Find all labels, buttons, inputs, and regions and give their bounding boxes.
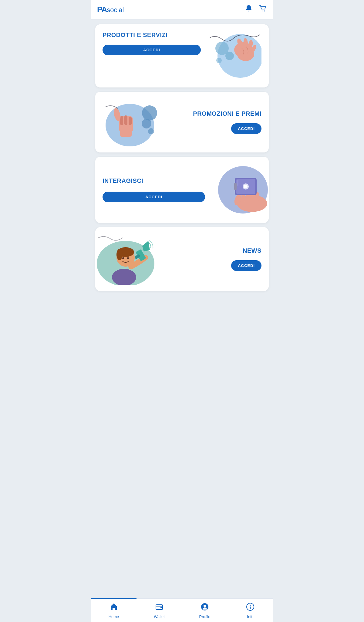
card-prodotti-text: PRODOTTI E SERVIZI ACCEDI [103,32,201,55]
svg-rect-35 [237,180,238,186]
svg-rect-46 [160,607,162,608]
card-interagisci: INTERAGISCI ACCEDI [95,157,269,223]
card-prodotti-inner: PRODOTTI E SERVIZI ACCEDI [95,24,269,87]
nav-label-info: Info [247,614,254,619]
svg-rect-15 [120,116,123,125]
svg-rect-19 [120,131,132,137]
svg-rect-51 [250,607,251,609]
card-prodotti-content: PRODOTTI E SERVIZI ACCEDI [103,32,261,80]
card-promozioni-inner: PROMOZIONI E PREMI ACCEDI [95,92,269,152]
card-prodotti: PRODOTTI E SERVIZI ACCEDI [95,24,269,87]
svg-point-21 [142,119,151,128]
svg-point-0 [262,11,263,12]
card-interagisci-left: INTERAGISCI ACCEDI [103,177,205,202]
svg-point-12 [216,58,222,63]
card-promozioni: PROMOZIONI E PREMI ACCEDI [95,92,269,152]
svg-point-40 [116,249,123,260]
svg-point-48 [204,605,206,607]
profile-icon [201,603,209,613]
nav-item-wallet[interactable]: Wallet [136,599,182,622]
svg-point-11 [225,52,234,60]
main-content: PRODOTTI E SERVIZI ACCEDI [91,19,273,622]
card-prodotti-illustration [201,32,261,80]
nav-item-home[interactable]: Home [91,599,136,622]
accedi-interagisci-button[interactable]: ACCEDI [103,192,205,202]
nav-item-info[interactable]: Info [228,599,273,622]
logo-pa: PA [97,5,107,14]
card-news-illustration [95,233,156,285]
svg-point-33 [244,185,248,188]
svg-rect-16 [124,115,127,125]
app-header: PAsocial [91,0,273,19]
svg-rect-34 [234,183,237,190]
svg-point-20 [142,105,157,121]
nav-label-home: Home [109,614,119,619]
card-promozioni-title: PROMOZIONI E PREMI [193,110,261,117]
card-interagisci-inner: INTERAGISCI ACCEDI [95,157,269,223]
card-news: NEWS ACCEDI [95,227,269,291]
svg-point-42 [127,257,129,259]
nav-label-wallet: Wallet [154,614,165,619]
cart-icon[interactable] [258,4,267,15]
card-news-title: NEWS [243,247,261,254]
svg-point-1 [264,11,265,12]
info-icon [246,603,254,613]
card-interagisci-illustration [205,164,269,216]
accedi-prodotti-button[interactable]: ACCEDI [103,45,201,55]
logo-social: social [107,6,124,14]
notification-icon[interactable] [244,4,253,15]
header-actions [244,4,267,15]
card-promozioni-right: PROMOZIONI E PREMI ACCEDI [163,110,261,134]
card-news-right: NEWS ACCEDI [156,247,261,271]
card-promozioni-illustration [103,98,163,146]
card-interagisci-title: INTERAGISCI [103,177,205,184]
accedi-news-button[interactable]: ACCEDI [231,260,261,271]
card-prodotti-title: PRODOTTI E SERVIZI [103,32,201,39]
app-logo: PAsocial [97,5,124,14]
wallet-icon [155,603,163,613]
nav-item-profilo[interactable]: Profilo [182,599,228,622]
home-icon [110,603,118,613]
svg-point-50 [250,605,251,606]
accedi-promozioni-button[interactable]: ACCEDI [231,123,261,134]
card-news-inner: NEWS ACCEDI [95,227,269,291]
svg-rect-17 [129,117,132,125]
nav-label-profilo: Profilo [199,614,211,619]
bottom-navigation: Home Wallet Profilo [91,598,273,622]
svg-point-41 [122,257,124,259]
svg-point-22 [148,128,154,134]
